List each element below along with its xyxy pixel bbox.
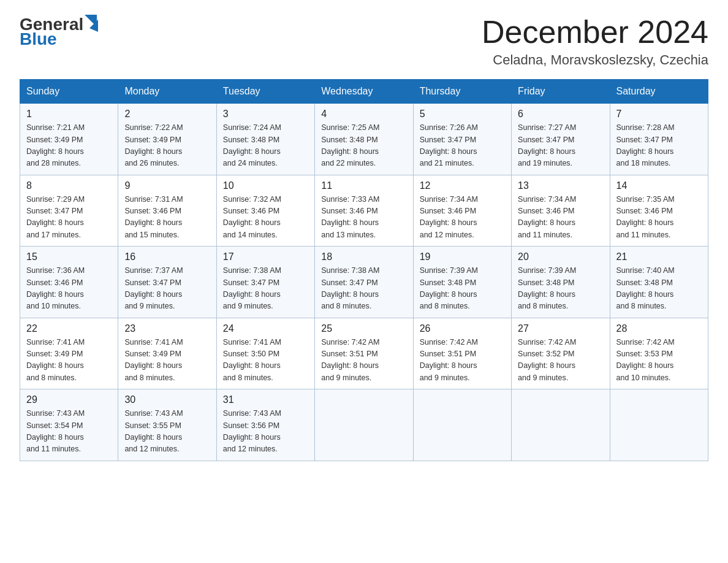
calendar-cell: 6Sunrise: 7:27 AM Sunset: 3:47 PM Daylig… <box>512 104 610 175</box>
weekday-header-sunday: Sunday <box>20 80 118 104</box>
day-number: 8 <box>26 180 112 191</box>
day-number: 27 <box>518 323 603 334</box>
day-info: Sunrise: 7:38 AM Sunset: 3:47 PM Dayligh… <box>223 265 308 313</box>
day-info: Sunrise: 7:43 AM Sunset: 3:55 PM Dayligh… <box>124 408 210 456</box>
day-info: Sunrise: 7:42 AM Sunset: 3:51 PM Dayligh… <box>321 337 406 385</box>
day-number: 16 <box>124 251 210 262</box>
calendar-cell: 30Sunrise: 7:43 AM Sunset: 3:55 PM Dayli… <box>118 389 216 461</box>
day-info: Sunrise: 7:26 AM Sunset: 3:47 PM Dayligh… <box>420 122 505 170</box>
day-number: 29 <box>26 394 112 405</box>
day-number: 6 <box>518 109 603 120</box>
day-number: 23 <box>124 323 210 334</box>
day-info: Sunrise: 7:41 AM Sunset: 3:50 PM Dayligh… <box>223 337 308 385</box>
day-info: Sunrise: 7:41 AM Sunset: 3:49 PM Dayligh… <box>26 337 112 385</box>
day-number: 14 <box>616 180 702 191</box>
calendar-cell: 26Sunrise: 7:42 AM Sunset: 3:51 PM Dayli… <box>413 318 511 389</box>
calendar-cell: 23Sunrise: 7:41 AM Sunset: 3:49 PM Dayli… <box>118 318 216 389</box>
day-number: 24 <box>223 323 308 334</box>
day-info: Sunrise: 7:25 AM Sunset: 3:48 PM Dayligh… <box>321 122 406 170</box>
day-number: 31 <box>223 394 308 405</box>
day-info: Sunrise: 7:34 AM Sunset: 3:46 PM Dayligh… <box>518 194 603 242</box>
calendar-cell: 28Sunrise: 7:42 AM Sunset: 3:53 PM Dayli… <box>610 318 708 389</box>
weekday-header-tuesday: Tuesday <box>216 80 314 104</box>
day-number: 10 <box>223 180 308 191</box>
day-info: Sunrise: 7:32 AM Sunset: 3:46 PM Dayligh… <box>223 194 308 242</box>
day-number: 3 <box>223 109 308 120</box>
weekday-header-monday: Monday <box>118 80 216 104</box>
calendar-cell: 5Sunrise: 7:26 AM Sunset: 3:47 PM Daylig… <box>413 104 511 175</box>
day-info: Sunrise: 7:31 AM Sunset: 3:46 PM Dayligh… <box>124 194 210 242</box>
day-number: 22 <box>26 323 112 334</box>
day-number: 30 <box>124 394 210 405</box>
calendar-cell <box>512 389 610 461</box>
logo-blue: Blue <box>20 29 57 49</box>
day-info: Sunrise: 7:38 AM Sunset: 3:47 PM Dayligh… <box>321 265 406 313</box>
calendar-cell: 21Sunrise: 7:40 AM Sunset: 3:48 PM Dayli… <box>610 247 708 318</box>
calendar-week-row: 8Sunrise: 7:29 AM Sunset: 3:47 PM Daylig… <box>20 175 708 247</box>
day-info: Sunrise: 7:34 AM Sunset: 3:46 PM Dayligh… <box>420 194 505 242</box>
weekday-header-friday: Friday <box>512 80 610 104</box>
day-info: Sunrise: 7:42 AM Sunset: 3:52 PM Dayligh… <box>518 337 603 385</box>
header-right: December 2024 Celadna, Moravskoslezsky, … <box>482 15 708 68</box>
weekday-header-thursday: Thursday <box>413 80 511 104</box>
day-info: Sunrise: 7:37 AM Sunset: 3:47 PM Dayligh… <box>124 265 210 313</box>
calendar-cell: 31Sunrise: 7:43 AM Sunset: 3:56 PM Dayli… <box>216 389 314 461</box>
day-number: 11 <box>321 180 406 191</box>
calendar-week-row: 22Sunrise: 7:41 AM Sunset: 3:49 PM Dayli… <box>20 318 708 389</box>
day-info: Sunrise: 7:42 AM Sunset: 3:53 PM Dayligh… <box>616 337 702 385</box>
calendar-cell <box>610 389 708 461</box>
day-number: 12 <box>420 180 505 191</box>
day-info: Sunrise: 7:22 AM Sunset: 3:49 PM Dayligh… <box>124 122 210 170</box>
day-number: 20 <box>518 251 603 262</box>
day-number: 17 <box>223 251 308 262</box>
day-info: Sunrise: 7:39 AM Sunset: 3:48 PM Dayligh… <box>518 265 603 313</box>
day-number: 13 <box>518 180 603 191</box>
calendar-cell: 3Sunrise: 7:24 AM Sunset: 3:48 PM Daylig… <box>216 104 314 175</box>
location-title: Celadna, Moravskoslezsky, Czechia <box>482 52 708 68</box>
day-number: 18 <box>321 251 406 262</box>
calendar-cell: 25Sunrise: 7:42 AM Sunset: 3:51 PM Dayli… <box>315 318 413 389</box>
calendar-week-row: 15Sunrise: 7:36 AM Sunset: 3:46 PM Dayli… <box>20 247 708 318</box>
page-header: General Blue December 2024 Celadna, Mora… <box>20 15 708 68</box>
calendar-cell: 13Sunrise: 7:34 AM Sunset: 3:46 PM Dayli… <box>512 175 610 247</box>
calendar-cell: 15Sunrise: 7:36 AM Sunset: 3:46 PM Dayli… <box>20 247 118 318</box>
calendar-cell: 19Sunrise: 7:39 AM Sunset: 3:48 PM Dayli… <box>413 247 511 318</box>
logo-arrow-icon <box>85 15 103 33</box>
calendar-cell: 18Sunrise: 7:38 AM Sunset: 3:47 PM Dayli… <box>315 247 413 318</box>
day-number: 2 <box>124 109 210 120</box>
calendar-cell: 12Sunrise: 7:34 AM Sunset: 3:46 PM Dayli… <box>413 175 511 247</box>
day-info: Sunrise: 7:41 AM Sunset: 3:49 PM Dayligh… <box>124 337 210 385</box>
day-info: Sunrise: 7:28 AM Sunset: 3:47 PM Dayligh… <box>616 122 702 170</box>
weekday-header-saturday: Saturday <box>610 80 708 104</box>
day-number: 19 <box>420 251 505 262</box>
calendar-cell <box>315 389 413 461</box>
day-info: Sunrise: 7:35 AM Sunset: 3:46 PM Dayligh… <box>616 194 702 242</box>
day-number: 26 <box>420 323 505 334</box>
day-number: 7 <box>616 109 702 120</box>
weekday-header-row: SundayMondayTuesdayWednesdayThursdayFrid… <box>20 80 708 104</box>
calendar-cell: 1Sunrise: 7:21 AM Sunset: 3:49 PM Daylig… <box>20 104 118 175</box>
month-title: December 2024 <box>482 15 708 50</box>
calendar-cell: 4Sunrise: 7:25 AM Sunset: 3:48 PM Daylig… <box>315 104 413 175</box>
calendar-cell: 14Sunrise: 7:35 AM Sunset: 3:46 PM Dayli… <box>610 175 708 247</box>
calendar-week-row: 29Sunrise: 7:43 AM Sunset: 3:54 PM Dayli… <box>20 389 708 461</box>
day-number: 25 <box>321 323 406 334</box>
day-info: Sunrise: 7:43 AM Sunset: 3:56 PM Dayligh… <box>223 408 308 456</box>
day-number: 1 <box>26 109 112 120</box>
calendar-cell: 22Sunrise: 7:41 AM Sunset: 3:49 PM Dayli… <box>20 318 118 389</box>
calendar-cell: 11Sunrise: 7:33 AM Sunset: 3:46 PM Dayli… <box>315 175 413 247</box>
day-number: 9 <box>124 180 210 191</box>
day-info: Sunrise: 7:29 AM Sunset: 3:47 PM Dayligh… <box>26 194 112 242</box>
calendar-week-row: 1Sunrise: 7:21 AM Sunset: 3:49 PM Daylig… <box>20 104 708 175</box>
calendar-cell: 17Sunrise: 7:38 AM Sunset: 3:47 PM Dayli… <box>216 247 314 318</box>
weekday-header-wednesday: Wednesday <box>315 80 413 104</box>
logo: General Blue <box>20 15 103 49</box>
day-info: Sunrise: 7:43 AM Sunset: 3:54 PM Dayligh… <box>26 408 112 456</box>
calendar-cell: 9Sunrise: 7:31 AM Sunset: 3:46 PM Daylig… <box>118 175 216 247</box>
day-number: 28 <box>616 323 702 334</box>
calendar-cell: 29Sunrise: 7:43 AM Sunset: 3:54 PM Dayli… <box>20 389 118 461</box>
day-info: Sunrise: 7:33 AM Sunset: 3:46 PM Dayligh… <box>321 194 406 242</box>
day-info: Sunrise: 7:39 AM Sunset: 3:48 PM Dayligh… <box>420 265 505 313</box>
day-number: 4 <box>321 109 406 120</box>
calendar-cell <box>413 389 511 461</box>
